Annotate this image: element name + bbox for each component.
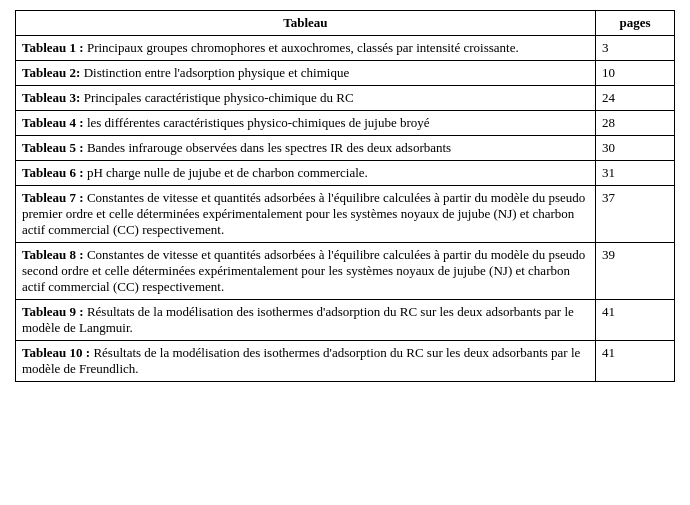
pages-cell: 39 [595, 243, 674, 300]
table-row: Tableau 5 : Bandes infrarouge observées … [16, 136, 675, 161]
tableau-cell: Tableau 7 : Constantes de vitesse et qua… [16, 186, 596, 243]
pages-cell: 3 [595, 36, 674, 61]
tableau-cell: Tableau 4 : les différentes caractéristi… [16, 111, 596, 136]
pages-cell: 28 [595, 111, 674, 136]
header-pages: pages [595, 11, 674, 36]
pages-cell: 41 [595, 300, 674, 341]
table-row: Tableau 10 : Résultats de la modélisatio… [16, 341, 675, 382]
tableau-cell: Tableau 6 : pH charge nulle de jujube et… [16, 161, 596, 186]
pages-cell: 41 [595, 341, 674, 382]
table-row: Tableau 8 : Constantes de vitesse et qua… [16, 243, 675, 300]
tableau-cell: Tableau 5 : Bandes infrarouge observées … [16, 136, 596, 161]
pages-cell: 31 [595, 161, 674, 186]
tableau-cell: Tableau 8 : Constantes de vitesse et qua… [16, 243, 596, 300]
table-row: Tableau 7 : Constantes de vitesse et qua… [16, 186, 675, 243]
table-row: Tableau 6 : pH charge nulle de jujube et… [16, 161, 675, 186]
table-row: Tableau 1 : Principaux groupes chromopho… [16, 36, 675, 61]
pages-cell: 37 [595, 186, 674, 243]
table-row: Tableau 4 : les différentes caractéristi… [16, 111, 675, 136]
tableau-cell: Tableau 3: Principales caractéristique p… [16, 86, 596, 111]
header-tableau: Tableau [16, 11, 596, 36]
table-row: Tableau 3: Principales caractéristique p… [16, 86, 675, 111]
pages-cell: 24 [595, 86, 674, 111]
table-row: Tableau 2: Distinction entre l'adsorptio… [16, 61, 675, 86]
pages-cell: 30 [595, 136, 674, 161]
table-row: Tableau 9 : Résultats de la modélisation… [16, 300, 675, 341]
table-of-contents: Tableau pages Tableau 1 : Principaux gro… [15, 10, 675, 382]
table-header-row: Tableau pages [16, 11, 675, 36]
pages-cell: 10 [595, 61, 674, 86]
tableau-cell: Tableau 2: Distinction entre l'adsorptio… [16, 61, 596, 86]
tableau-cell: Tableau 10 : Résultats de la modélisatio… [16, 341, 596, 382]
tableau-cell: Tableau 1 : Principaux groupes chromopho… [16, 36, 596, 61]
tableau-cell: Tableau 9 : Résultats de la modélisation… [16, 300, 596, 341]
